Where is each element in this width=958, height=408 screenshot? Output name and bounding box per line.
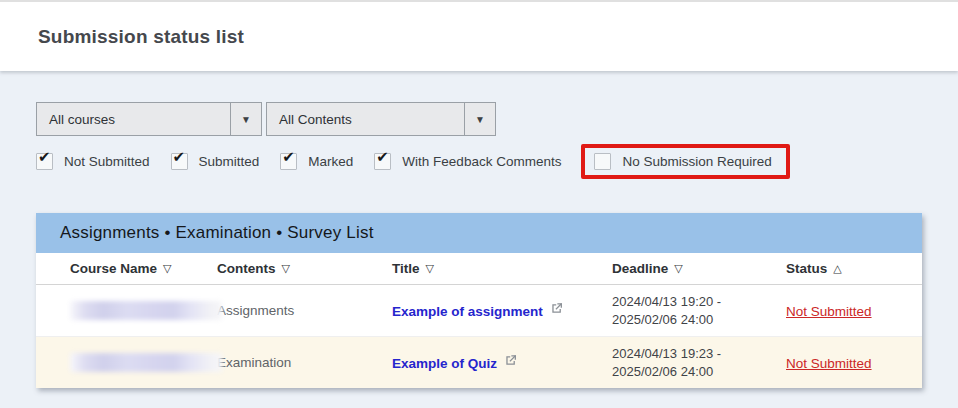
filter-checkbox-no-submission-required[interactable]: No Submission Required xyxy=(594,153,771,170)
course-name-cell xyxy=(70,301,217,320)
checkbox-unchecked-icon[interactable] xyxy=(594,153,611,170)
external-link-icon xyxy=(504,354,517,370)
check-mark-icon: ✔ xyxy=(38,149,51,164)
table-row: Assignments Example of assignment 2024/0… xyxy=(36,285,922,336)
submission-list-table: Assignments • Examination • Survey List … xyxy=(36,213,922,388)
status-cell: Not Submitted xyxy=(786,354,922,372)
check-mark-icon: ✔ xyxy=(282,149,295,164)
checkbox-label: Not Submitted xyxy=(64,154,150,169)
filter-checkbox-with-feedback-comments[interactable]: ✔ With Feedback Comments xyxy=(374,153,561,170)
title-cell: Example of assignment xyxy=(392,302,612,320)
sort-descending-icon[interactable]: ▽ xyxy=(282,262,290,275)
checkbox-checked-icon[interactable]: ✔ xyxy=(171,153,188,170)
contents-cell: Assignments xyxy=(217,303,392,318)
checkbox-label: Marked xyxy=(308,154,353,169)
contents-filter-value: All Contents xyxy=(267,103,464,135)
checkbox-label: No Submission Required xyxy=(622,154,771,169)
table-row: Examination Example of Quiz 2024/04/13 1… xyxy=(36,336,922,388)
page-title: Submission status list xyxy=(38,26,244,48)
redacted-course-name xyxy=(70,353,222,372)
column-header-contents[interactable]: Contents ▽ xyxy=(217,261,392,276)
check-mark-icon: ✔ xyxy=(376,149,389,164)
sort-descending-icon[interactable]: ▽ xyxy=(163,262,171,275)
checkbox-label: Submitted xyxy=(199,154,260,169)
checkbox-checked-icon[interactable]: ✔ xyxy=(280,153,297,170)
dropdown-arrow-box[interactable]: ▼ xyxy=(230,103,261,135)
checkbox-label: With Feedback Comments xyxy=(402,154,561,169)
contents-filter-dropdown[interactable]: All Contents ▼ xyxy=(266,102,496,136)
filter-checkbox-submitted[interactable]: ✔ Submitted xyxy=(171,153,260,170)
column-header-course-name[interactable]: Course Name ▽ xyxy=(70,261,217,276)
deadline-cell: 2024/04/13 19:20 - 2025/02/06 24:00 xyxy=(612,285,786,336)
column-header-deadline[interactable]: Deadline ▽ xyxy=(612,261,786,276)
status-not-submitted-link[interactable]: Not Submitted xyxy=(786,356,872,371)
quiz-title-link[interactable]: Example of Quiz xyxy=(392,356,517,371)
main-content: All courses ▼ All Contents ▼ ✔ Not Submi… xyxy=(0,71,958,388)
deadline-cell: 2024/04/13 19:23 - 2025/02/06 24:00 xyxy=(612,337,786,388)
external-link-icon xyxy=(550,302,563,318)
filter-checkboxes: ✔ Not Submitted ✔ Submitted ✔ Marked ✔ W… xyxy=(36,145,922,177)
status-not-submitted-link[interactable]: Not Submitted xyxy=(786,304,872,319)
course-filter-value: All courses xyxy=(37,103,230,135)
table-title: Assignments • Examination • Survey List xyxy=(60,223,374,243)
table-header-row: Course Name ▽ Contents ▽ Title ▽ Deadlin… xyxy=(36,253,922,285)
filter-checkbox-marked[interactable]: ✔ Marked xyxy=(280,153,353,170)
sort-descending-icon[interactable]: ▽ xyxy=(674,262,682,275)
column-header-title[interactable]: Title ▽ xyxy=(392,261,612,276)
sort-descending-icon[interactable]: ▽ xyxy=(426,262,434,275)
red-highlight-box: No Submission Required xyxy=(581,144,789,179)
filter-dropdowns: All courses ▼ All Contents ▼ xyxy=(36,102,922,136)
page-header: Submission status list xyxy=(0,0,958,71)
chevron-down-icon: ▼ xyxy=(241,114,251,125)
filter-checkbox-not-submitted[interactable]: ✔ Not Submitted xyxy=(36,153,150,170)
chevron-down-icon: ▼ xyxy=(475,114,485,125)
contents-cell: Examination xyxy=(217,355,392,370)
redacted-course-name xyxy=(70,301,222,320)
checkbox-checked-icon[interactable]: ✔ xyxy=(374,153,391,170)
sort-ascending-icon[interactable]: △ xyxy=(833,262,841,275)
checkbox-checked-icon[interactable]: ✔ xyxy=(36,153,53,170)
status-cell: Not Submitted xyxy=(786,302,922,320)
table-title-band: Assignments • Examination • Survey List xyxy=(36,213,922,253)
course-filter-dropdown[interactable]: All courses ▼ xyxy=(36,102,262,136)
assignment-title-link[interactable]: Example of assignment xyxy=(392,304,563,319)
column-header-status[interactable]: Status △ xyxy=(786,261,922,276)
dropdown-arrow-box[interactable]: ▼ xyxy=(464,103,495,135)
course-name-cell xyxy=(70,353,217,372)
check-mark-icon: ✔ xyxy=(173,149,186,164)
title-cell: Example of Quiz xyxy=(392,354,612,372)
